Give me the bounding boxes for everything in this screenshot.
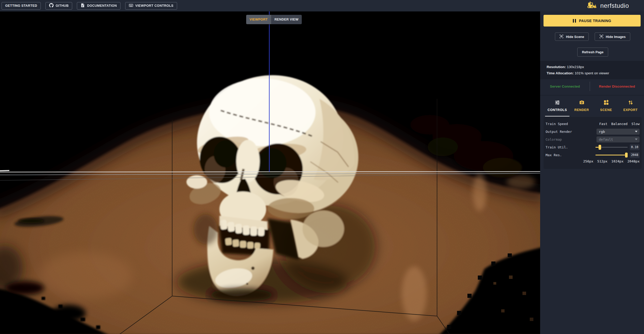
viewport-controls-label: VIEWPORT CONTROLS [135,4,173,8]
viewport-controls-button[interactable]: VIEWPORT CONTROLS [125,2,177,10]
slider-fill [595,155,628,155]
resolution-value: 130x218px [566,65,584,69]
tab-controls-label: CONTROLS [548,108,567,112]
github-label: GITHUB [56,4,69,8]
tab-viewport[interactable]: VIEWPORT [246,15,271,24]
pause-training-button[interactable]: PAUSE TRAINING [544,15,641,27]
tab-export[interactable]: EXPORT [618,97,643,114]
res-preset-row: 256px 512px 1024px 2048px [546,159,640,163]
getting-started-label: GETTING STARTED [5,4,37,8]
render-stats-block: Resolution: 130x218px Time Allocation: 1… [540,61,644,79]
vignette-overlay [0,11,540,334]
time-allocation-label: Time Allocation: [547,71,574,75]
top-bar: GETTING STARTED GITHUB DOCUMENTATION VIE… [0,0,644,11]
tab-controls[interactable]: CONTROLS [545,97,569,114]
train-util-value: 0.10 [630,144,640,150]
tab-render-label: RENDER [574,108,589,112]
keyboard-icon [129,3,133,8]
scene-cube-icon [559,34,564,39]
train-speed-slow-button[interactable]: Slow [632,122,640,126]
viewport-3d[interactable]: VIEWPORT RENDER VIEW [0,11,540,334]
top-bar-buttons: GETTING STARTED GITHUB DOCUMENTATION VIE… [2,2,177,10]
bulldozer-icon [587,1,599,10]
res-preset-2048-button[interactable]: 2048px [627,159,640,163]
getting-started-button[interactable]: GETTING STARTED [2,2,41,10]
view-mode-toggle: VIEWPORT RENDER VIEW [246,15,302,24]
tune-icon [555,100,560,106]
max-res-slider-handle[interactable] [625,153,628,158]
colormap-select: default [596,136,640,142]
max-res-row: Max Res. 2048 [546,151,640,159]
colormap-label: Colormap [546,137,596,141]
github-icon [49,3,53,8]
documentation-button[interactable]: DOCUMENTATION [77,2,120,10]
tab-scene-label: SCENE [600,108,612,112]
colormap-value: default [599,137,613,141]
res-preset-256-button[interactable]: 256px [583,159,593,163]
sidebar: PAUSE TRAINING Hide Scene Hide Images Re… [540,11,644,334]
hide-scene-button[interactable]: Hide Scene [555,32,589,41]
controls-panel: Train Speed Fast Balanced Slow Output Re… [544,117,642,169]
max-res-label: Max Res. [546,153,595,157]
scene-grid-icon [603,100,609,106]
chevron-down-icon [635,131,638,132]
chevron-down-icon [635,139,638,140]
output-render-row: Output Render rgb [546,128,640,135]
connection-status-row: Server Connected Render Disconnected [540,81,644,92]
tab-viewport-label: VIEWPORT [250,18,268,21]
colormap-row: Colormap default [546,135,640,143]
pause-icon [573,19,576,23]
time-allocation-line: Time Allocation: 101% spent on viewer [547,70,644,76]
max-res-slider[interactable] [595,152,628,158]
train-speed-row: Train Speed Fast Balanced Slow [546,120,640,128]
images-cube-icon [599,34,603,39]
nerfstudio-logo-text: nerfstudio [600,2,629,9]
tab-scene[interactable]: SCENE [594,97,618,114]
documentation-label: DOCUMENTATION [87,4,117,8]
res-preset-512-button[interactable]: 512px [597,159,607,163]
train-speed-label: Train Speed [546,122,599,126]
nerfstudio-logo: nerfstudio [587,0,629,11]
train-speed-fast-button[interactable]: Fast [599,122,607,126]
tab-render[interactable]: RENDER [569,97,594,114]
hide-images-button[interactable]: Hide Images [595,32,630,41]
res-preset-1024-button[interactable]: 1024px [611,159,623,163]
camera-icon [579,100,585,106]
train-util-slider-handle[interactable] [599,145,601,150]
train-speed-options: Fast Balanced Slow [599,122,640,126]
hide-scene-label: Hide Scene [566,35,584,39]
pause-training-label: PAUSE TRAINING [579,19,611,23]
tabs-divider [540,95,644,95]
tab-render-view[interactable]: RENDER VIEW [271,15,302,24]
resolution-label: Resolution: [547,65,566,69]
server-status-badge: Server Connected [540,84,590,88]
document-icon [81,3,85,8]
train-util-slider[interactable] [595,144,628,150]
refresh-page-label: Refresh Page [582,50,603,54]
output-render-value: rgb [599,130,605,134]
time-allocation-value: 101% spent on viewer [574,71,609,75]
import-export-icon [628,100,633,106]
sidebar-tabs: CONTROLS RENDER SCENE EXPORT [545,97,643,114]
output-render-label: Output Render [546,130,596,134]
hide-images-label: Hide Images [606,35,626,39]
resolution-line: Resolution: 130x218px [547,64,644,70]
output-render-select[interactable]: rgb [596,129,640,135]
3d-viewport-canvas[interactable] [0,11,540,334]
train-util-row: Train Util. 0.10 [546,143,640,151]
train-speed-balanced-button[interactable]: Balanced [611,122,628,126]
train-util-label: Train Util. [546,145,595,149]
github-button[interactable]: GITHUB [45,2,72,10]
render-status-badge: Render Disconnected [590,84,644,88]
tab-export-label: EXPORT [623,108,638,112]
max-res-value: 2048 [630,152,640,158]
refresh-page-button[interactable]: Refresh Page [577,48,608,57]
tab-render-view-label: RENDER VIEW [274,18,299,21]
